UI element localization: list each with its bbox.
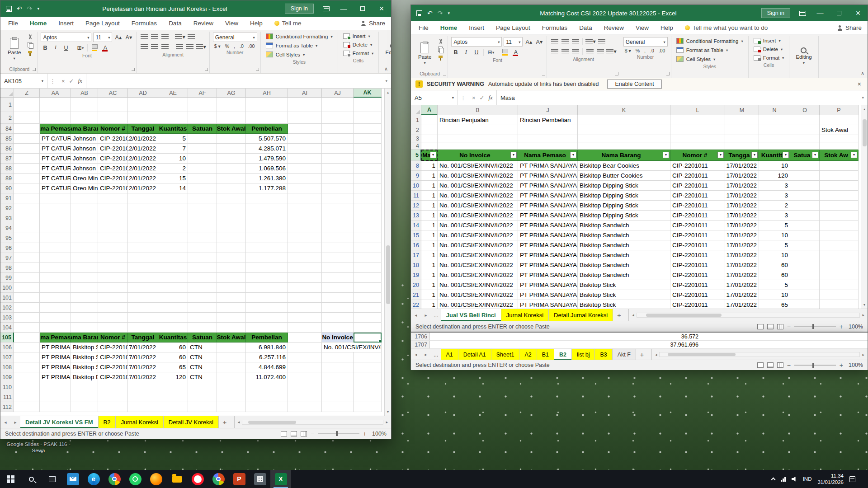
sheet-nav-left-icon[interactable]: ◂ [0, 416, 10, 428]
cell-N18[interactable]: 60 [759, 260, 790, 270]
column-header-AK[interactable]: AK [354, 89, 382, 98]
cell-L3[interactable] [670, 135, 725, 142]
cell-AD84[interactable]: Tanggal [128, 124, 158, 134]
cell-A11[interactable]: 1 [421, 191, 438, 201]
zoom-in-icon[interactable]: + [363, 430, 367, 437]
cell-O4[interactable] [790, 142, 820, 150]
cell-J1[interactable]: Rincian Pembelian [518, 115, 578, 125]
cell-AG108[interactable] [217, 362, 246, 372]
formula-bar-expand-icon[interactable]: ▾ [382, 79, 391, 83]
cell-AJ97[interactable] [322, 253, 354, 263]
cell-N22[interactable]: 65 [759, 300, 790, 309]
cell-J21[interactable]: PT PRIMA SANJAYA [518, 290, 578, 300]
cell-AC101[interactable] [98, 293, 128, 303]
cell-AA110[interactable] [40, 382, 71, 392]
shrink-font-button[interactable]: A▾ [124, 33, 133, 42]
cell-K22[interactable]: Biskitop Stick [578, 300, 670, 309]
vertical-scrollbar[interactable]: ▴ ▾ [384, 89, 391, 416]
cell-A5[interactable]: Ma [421, 150, 438, 161]
cell-AB2[interactable] [71, 112, 98, 124]
menu-tab-view[interactable]: View [630, 21, 655, 34]
cell-AJ1[interactable] [322, 98, 354, 112]
align-right-button[interactable] [160, 42, 169, 51]
column-header-AJ[interactable]: AJ [322, 89, 354, 98]
cell-AK96[interactable] [354, 243, 382, 253]
cell-M18[interactable]: 17/01/2022 [725, 260, 759, 270]
column-header-AH[interactable]: AH [246, 89, 288, 98]
cell-AI107[interactable] [288, 352, 322, 362]
cell-A9[interactable]: 1 [421, 171, 438, 181]
cell-AF105[interactable]: Satuan [188, 333, 217, 343]
cell-AC96[interactable] [98, 243, 128, 253]
cell-styles-button[interactable]: Cell Styles▾ [264, 51, 335, 58]
cell-AH111[interactable] [246, 392, 288, 402]
cell-J20[interactable]: PT PRIMA SANJAYA [518, 280, 578, 290]
share-button[interactable]: Share [355, 17, 391, 30]
cell-B3[interactable] [438, 135, 518, 142]
cell-AK107[interactable] [354, 352, 382, 362]
cell-B16[interactable]: No. 001/CSI/EX/INV/I/2022 [438, 240, 518, 250]
menu-tab-data[interactable]: Data [573, 21, 598, 34]
cell-AG96[interactable] [217, 243, 246, 253]
cell-K15[interactable]: Biskitop Sandwich [578, 230, 670, 240]
center-button[interactable] [150, 42, 159, 51]
cell-AD112[interactable] [128, 402, 158, 412]
cell-AC109[interactable]: CIP-22010 [98, 372, 128, 382]
cell-AE108[interactable]: 65 [158, 362, 188, 372]
tell-me-tab[interactable]: Tell me what you want to do [679, 21, 774, 34]
cell-AF91[interactable] [188, 193, 217, 203]
cell-AD99[interactable] [128, 273, 158, 283]
cell-AF108[interactable]: CTN [188, 362, 217, 372]
font-size-select[interactable]: 11▾ [504, 37, 523, 47]
cell-AF2[interactable] [188, 112, 217, 124]
horizontal-scrollbar[interactable]: ◂ ▸ [651, 349, 868, 360]
cell-AJ101[interactable] [322, 293, 354, 303]
sheet-nav-left-icon[interactable]: ◂ [411, 309, 421, 321]
sheet-tabs-overflow[interactable]: ... [431, 349, 441, 360]
cell-AD94[interactable] [128, 223, 158, 233]
row-header-93[interactable]: 93 [0, 213, 14, 223]
cell-AF107[interactable]: CTN [188, 352, 217, 362]
merge-center-button[interactable]: ▾ [606, 47, 616, 56]
select-all-corner[interactable] [411, 105, 421, 115]
cell-AG98[interactable] [217, 263, 246, 273]
cell-AF95[interactable] [188, 233, 217, 243]
cell-AJ110[interactable] [322, 382, 354, 392]
cell-K13[interactable]: Biskitop Dipping Stick [578, 211, 670, 221]
cell-A15[interactable]: 1 [421, 230, 438, 240]
sheet-nav-left-icon[interactable]: ◂ [411, 349, 421, 360]
cell-AK100[interactable] [354, 283, 382, 293]
cell-AD89[interactable]: 12/01/2022 [128, 174, 158, 183]
cell-L9[interactable]: CIP-2201011 [670, 171, 725, 181]
zoom-level[interactable]: 100% [847, 324, 863, 330]
cell-Z2[interactable] [14, 112, 40, 124]
column-header-K[interactable]: K [578, 105, 670, 115]
cell-AC94[interactable] [98, 223, 128, 233]
cell-A8[interactable]: 1 [421, 161, 438, 171]
cell-AJ85[interactable] [322, 134, 354, 144]
accounting-format-icon[interactable]: $ ▾ [213, 43, 222, 49]
cell-AE90[interactable]: 14 [158, 183, 188, 193]
cell-AA108[interactable]: PT PRIMA [40, 362, 71, 372]
whatsapp-taskbar-button[interactable] [125, 470, 146, 488]
row-header-15[interactable]: 15 [411, 230, 421, 240]
italic-button[interactable]: I [51, 43, 60, 52]
cell-Z103[interactable] [14, 313, 40, 323]
middle-align-button[interactable] [150, 33, 159, 41]
font-name-select[interactable]: Aptos▾ [41, 33, 91, 42]
close-warning-icon[interactable]: × [856, 80, 863, 88]
cell-L19[interactable]: CIP-2201011 [670, 270, 725, 280]
cell-AA101[interactable] [40, 293, 71, 303]
cell-O9[interactable] [790, 171, 820, 181]
cell-AA95[interactable] [40, 233, 71, 243]
cell-K4[interactable] [578, 142, 670, 150]
delete-cells-button[interactable]: Delete▾ [341, 41, 376, 48]
cell-A22[interactable]: 1 [421, 300, 438, 309]
row-header-4[interactable]: 4 [411, 142, 421, 150]
formula-input[interactable]: Masa [497, 94, 859, 101]
row-header-9[interactable]: 9 [411, 171, 421, 181]
cell-AE98[interactable] [158, 263, 188, 273]
cell-N3[interactable] [759, 135, 790, 142]
row-header-88[interactable]: 88 [0, 164, 14, 174]
cell-A10[interactable]: 1 [421, 181, 438, 191]
